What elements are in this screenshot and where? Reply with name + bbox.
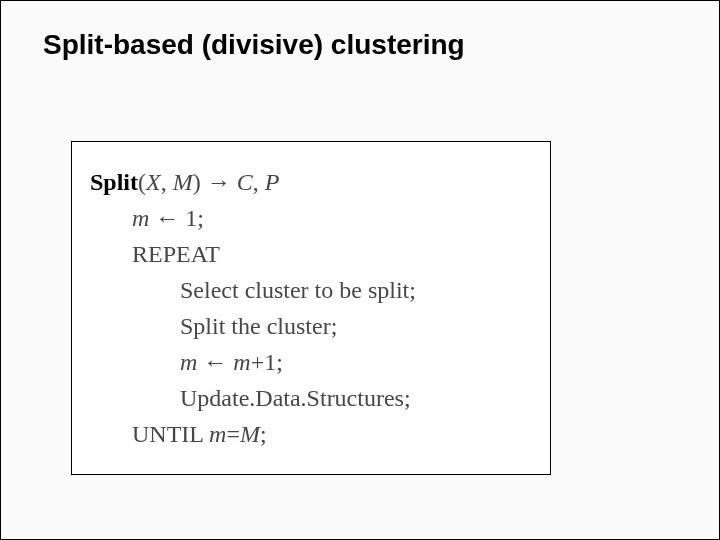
comma-2: , bbox=[253, 169, 265, 195]
var-m-rhs: m bbox=[233, 349, 250, 375]
slide-title: Split-based (divisive) clustering bbox=[43, 29, 465, 61]
algo-signature: Split(X, M) → C, P bbox=[90, 164, 532, 200]
algo-line-1: m ← 1; bbox=[90, 200, 532, 236]
arg-m: M bbox=[173, 169, 193, 195]
algo-until: UNTIL m=M; bbox=[90, 416, 532, 452]
until-rhs: M bbox=[240, 421, 260, 447]
algorithm-box: Split(X, M) → C, P m ← 1; REPEAT Select … bbox=[71, 141, 551, 475]
ret-p: P bbox=[265, 169, 280, 195]
until-keyword: UNTIL bbox=[132, 421, 209, 447]
algo-line-split: Split the cluster; bbox=[90, 308, 532, 344]
var-m: m bbox=[132, 205, 149, 231]
arrow: → bbox=[201, 169, 237, 195]
args-close: ) bbox=[193, 169, 201, 195]
algo-line-incr: m ← m+1; bbox=[90, 344, 532, 380]
plus-one: +1; bbox=[251, 349, 283, 375]
func-name: Split bbox=[90, 169, 138, 195]
assign-1: ← 1; bbox=[149, 205, 204, 231]
var-m-lhs: m bbox=[180, 349, 197, 375]
arg-x: X bbox=[146, 169, 161, 195]
until-end: ; bbox=[260, 421, 267, 447]
comma-1: , bbox=[161, 169, 173, 195]
ret-c: C bbox=[237, 169, 253, 195]
until-eq: = bbox=[226, 421, 240, 447]
algo-repeat: REPEAT bbox=[90, 236, 532, 272]
assign-arrow: ← bbox=[197, 349, 233, 375]
until-lhs: m bbox=[209, 421, 226, 447]
algo-line-select: Select cluster to be split; bbox=[90, 272, 532, 308]
algo-line-update: Update.Data.Structures; bbox=[90, 380, 532, 416]
args-open: ( bbox=[138, 169, 146, 195]
